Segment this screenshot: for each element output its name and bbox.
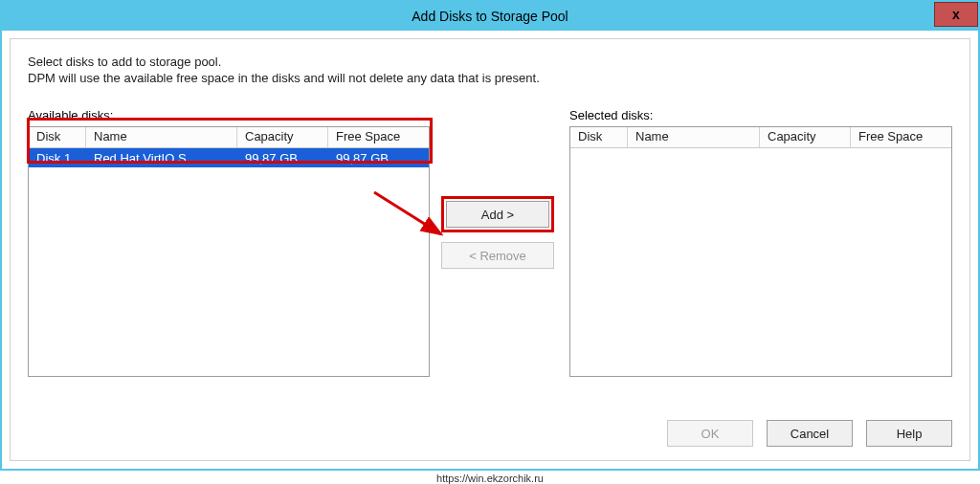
footer-url: https://win.ekzorchik.ru (0, 473, 980, 484)
available-disks-label: Available disks: (28, 108, 430, 122)
add-button-highlight: Add > (441, 196, 554, 232)
cancel-button[interactable]: Cancel (767, 420, 853, 447)
instruction-line-1: Select disks to add to storage pool. (28, 55, 952, 69)
body: Available disks: Disk Name Capacity Free… (28, 108, 952, 377)
col-header-disk[interactable]: Disk (570, 127, 628, 147)
selected-disks-pane: Selected disks: Disk Name Capacity Free … (569, 108, 952, 377)
titlebar: Add Disks to Storage Pool x (2, 2, 978, 31)
cell-free: 99,87 GB (328, 150, 429, 166)
client-area: Select disks to add to storage pool. DPM… (10, 38, 970, 461)
available-disks-list[interactable]: Disk Name Capacity Free Space Disk 1 Red… (28, 126, 430, 377)
close-button[interactable]: x (934, 2, 978, 27)
available-list-header: Disk Name Capacity Free Space (29, 127, 429, 148)
col-header-disk[interactable]: Disk (29, 127, 86, 147)
cell-disk: Disk 1 (29, 150, 86, 166)
col-header-free[interactable]: Free Space (328, 127, 429, 147)
transfer-buttons: Add > < Remove (441, 196, 554, 269)
selected-list-header: Disk Name Capacity Free Space (570, 127, 951, 148)
selected-disks-list[interactable]: Disk Name Capacity Free Space (569, 126, 952, 377)
close-icon: x (952, 7, 960, 22)
ok-button: OK (667, 420, 753, 447)
cell-name: Red Hat VirtIO S... (86, 150, 237, 166)
cell-capacity: 99,87 GB (237, 150, 328, 166)
col-header-name[interactable]: Name (86, 127, 237, 147)
instruction-line-2: DPM will use the available free space in… (28, 71, 952, 85)
col-header-name[interactable]: Name (628, 127, 760, 147)
col-header-capacity[interactable]: Capacity (760, 127, 851, 147)
remove-button: < Remove (441, 242, 554, 269)
dialog-window: Add Disks to Storage Pool x Select disks… (0, 0, 980, 471)
col-header-capacity[interactable]: Capacity (237, 127, 328, 147)
bottom-buttons: OK Cancel Help (667, 420, 952, 447)
add-button[interactable]: Add > (446, 201, 549, 228)
selected-disks-label: Selected disks: (569, 108, 952, 122)
window-title: Add Disks to Storage Pool (412, 9, 568, 24)
col-header-free[interactable]: Free Space (851, 127, 951, 147)
table-row[interactable]: Disk 1 Red Hat VirtIO S... 99,87 GB 99,8… (29, 148, 429, 167)
help-button[interactable]: Help (866, 420, 952, 447)
available-disks-pane: Available disks: Disk Name Capacity Free… (28, 108, 430, 377)
